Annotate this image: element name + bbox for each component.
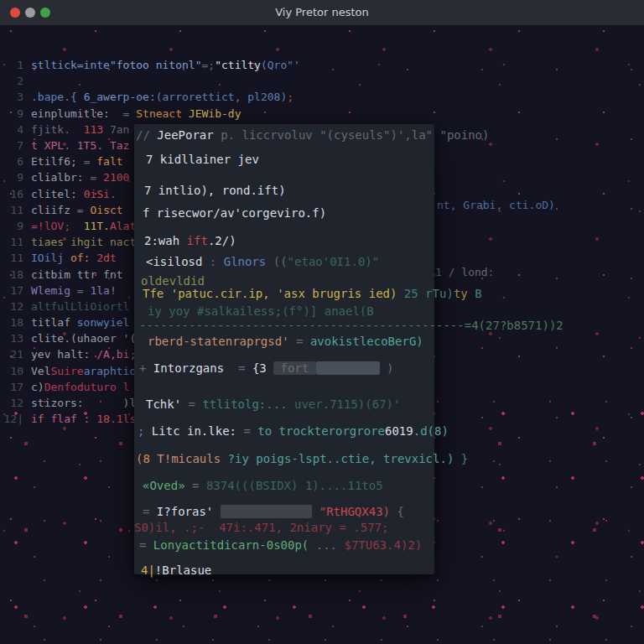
code-token: =4(27?b8571))2 [465,319,564,332]
code-token: (arrorettict, pl208) [156,91,288,103]
code-token: = [243,424,257,438]
code-token: Vel [31,365,50,377]
code-token: = [296,335,310,348]
code-token: Tchk' [146,397,189,411]
code-token: 0iSi. [84,188,117,200]
code-token: sonwyiel [77,316,130,329]
code-line[interactable]: 9einplumitle: = Stneact JEWib-dy [0,106,300,122]
line-number: 3 [0,91,23,103]
code-token: =; [202,59,216,71]
code-token: 18.1ls [96,413,136,425]
popup-line[interactable]: iy yoy #salkailess;(f°)] anael(B [148,304,374,319]
code-token: (Qro"' [261,59,300,71]
code-token: .bape.{ [31,91,84,103]
popup-line[interactable]: + Intorzgans = {3 fort ) [139,361,393,376]
window-title: Viy Pretor neston [0,6,644,18]
line-content: .bape.{ 6_awerp-oe:(arrorettict, pl208); [31,91,293,103]
popup-line[interactable]: <isilosd : Glnors (("etao'0I1.0)" [146,254,379,269]
line-content: VelSuirearaphtio [31,365,136,377]
code-token: (( [266,255,287,268]
code-token: rTu) [425,287,454,300]
code-token: stltick=inte [31,59,110,71]
code-line[interactable]: 2 [0,73,300,89]
popup-line[interactable]: 7 intlio), rond.ift) [144,183,286,198]
code-token: if flaf : [31,413,96,425]
popup-panel[interactable]: // JeePorar p. liccrvoluv "(cyseuls")',l… [134,124,434,574]
code-token: Tfe 'patuc.cir.ip, 'asx brugris ied) [143,287,397,300]
code-token: fjitk. [31,123,84,136]
code-token: f risecwor/av'corgeviro.f) [143,206,326,220]
line-content: stltick=inte"fotoo nitonl"=;"ctilty(Qro"… [31,59,300,71]
code-token: = [143,505,157,518]
line-content: Etilf6; = falt [31,155,123,168]
code-token: 2100 [103,171,129,184]
popup-line[interactable]: Tchk' = ttlitolg:... uver.7115)(67)' [146,397,400,412]
code-token: citbim ttr fnt [31,268,123,281]
code-token: "etao'0I1.0)" [288,255,380,268]
line-number: 12 [0,397,23,409]
popup-line[interactable]: = Lonyactitdicarn-0s00p( ... $7TU63.4)2) [139,538,422,553]
code-token: cliifz [31,204,77,216]
popup-line[interactable]: «Oved» = 8374(((BSIDX) 1)....11to5 [143,478,383,493]
code-token: = [84,155,97,168]
code-token: "fotoo nitonl" [110,59,202,71]
code-token: IOilj [31,252,70,264]
popup-line[interactable]: = I?foras' "RtHGQX43) { [143,504,404,519]
code-token: Denfoduturo l [44,381,130,393]
code-token: altfulLliOiortl [31,300,129,313]
popup-line[interactable]: f risecwor/av'corgeviro.f) [143,205,326,221]
code-token: Intorzgans [153,361,238,375]
popup-line[interactable]: 4|!Brlasue [141,563,211,578]
code-token: einplumitle: [31,107,123,120]
code-token: iy yoy #salkailess;(f°)] anael(B [148,304,374,318]
line-number: 21 [0,348,23,361]
window-titlebar: Viy Pretor neston [0,0,644,25]
line-number: 2 [0,75,23,87]
code-line[interactable]: 3.bape.{ 6_awerp-oe:(arrorettict, pl208)… [0,89,300,105]
code-token: 1 / lond: [435,266,494,278]
code-token: t XPL. 1T5. Taz [31,139,129,152]
line-number: 4 [0,123,23,136]
line-content: =!lOV; 11T.Alat [31,220,136,232]
code-token: Lonyactitdicarn-0s00p( [153,538,316,552]
code-token: 6_awerp-oe: [84,91,156,103]
popup-line[interactable]: 2:wah ift.2/) [144,233,236,248]
popup-line[interactable]: // JeePorar p. liccrvoluv "(cyseuls")',l… [136,127,489,143]
line-number: 17 [0,284,23,297]
popup-line[interactable]: S0)il, .;- 47i:.471, 2niary = .577; [134,520,388,535]
line-content: clialbr: = 2100 [31,171,129,184]
code-token: ?iy poigs-lspt..ctie, trevxicl.) [228,452,461,465]
code-token: falt [96,155,122,168]
line-number: 11 [0,236,23,248]
line-number: 9 [0,171,23,184]
code-token: clite.(uhaoer '( [31,332,136,345]
code-token: = [189,397,203,411]
line-number: 16 [0,188,23,200]
code-token: { [397,505,403,518]
code-token: Glnors [224,255,267,268]
popup-line[interactable]: Tfe 'patuc.cir.ip, 'asx brugris ied) 25 … [143,286,482,301]
popup-line[interactable]: 7 kidllainer jev [146,152,259,167]
code-token: of: [70,252,96,264]
code-token: nt, Grabi, cti.oD) [437,199,555,211]
code-token: ----------------------------------------… [139,319,465,332]
code-token: (8 [136,452,157,465]
code-token: S0)il, .;- 47i:.471, 2niary = .577; [134,521,388,534]
code-token: B [475,287,481,300]
line-content: clitel: 0iSi. [31,188,117,200]
code-token: 7 intlio), rond.ift) [144,184,286,197]
code-token: ) [380,361,394,375]
popup-line[interactable]: ----------------------------------------… [139,318,564,333]
line-content: einplumitle: = Stneact JEWib-dy [31,107,241,120]
code-token: tiaes ihgit nact [31,236,136,248]
code-token: {3 [252,361,273,375]
code-token: Oisct [90,204,122,216]
code-token: =!lOV; [31,220,84,232]
popup-line[interactable]: rberd-statenraprgsd' = avokistlecoBerG) [148,334,423,349]
popup-line[interactable]: ; Litc in.lke: = to trockterorgrore6019.… [138,423,449,439]
code-line[interactable]: 1stltick=inte"fotoo nitonl"=;"ctilty(Qro… [0,57,300,73]
code-token: "RtHGQX43) [312,505,397,518]
code-token: rberd-statenraprgsd' [148,335,296,348]
popup-line[interactable]: (8 T!micauls ?iy poigs-lspt..ctie, trevx… [136,451,468,466]
code-token: uver.7115)(67)' [294,397,400,411]
